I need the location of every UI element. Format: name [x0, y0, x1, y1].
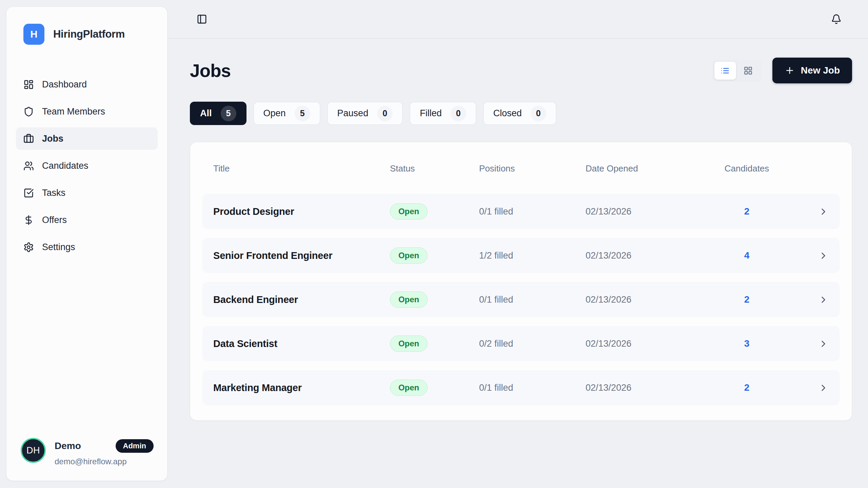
user-email: demo@hireflow.app	[55, 457, 154, 466]
candidates-count-link[interactable]: 3	[704, 338, 789, 349]
sidebar-toggle-button[interactable]	[195, 13, 209, 26]
grid-view-button[interactable]	[737, 62, 759, 80]
brand: H HiringPlatform	[6, 7, 167, 45]
new-job-button[interactable]: New Job	[772, 58, 852, 83]
view-toggle	[712, 59, 762, 82]
brand-name: HiringPlatform	[53, 28, 125, 40]
column-header-title: Title	[213, 163, 390, 174]
user-card[interactable]: DH Demo Admin demo@hireflow.app	[6, 438, 167, 481]
candidates-count-link[interactable]: 4	[704, 250, 789, 261]
brand-logo: H	[23, 24, 44, 45]
gear-icon	[23, 242, 34, 252]
sidebar: H HiringPlatform Dashboard Team Members	[6, 6, 167, 481]
sidebar-item-jobs[interactable]: Jobs	[16, 127, 158, 150]
content: Jobs	[167, 39, 868, 421]
table-row[interactable]: Backend Engineer Open 0/1 filled 02/13/2…	[202, 282, 840, 317]
sidebar-item-label: Team Members	[42, 106, 105, 117]
grid-view-icon	[744, 66, 753, 75]
filter-count-badge: 0	[377, 106, 393, 121]
table-row[interactable]: Senior Frontend Engineer Open 1/2 filled…	[202, 238, 840, 273]
status-badge: Open	[390, 336, 428, 352]
shield-icon	[23, 106, 34, 117]
date-opened-cell: 02/13/2026	[586, 294, 704, 305]
table-header-row: Title Status Positions Date Opened Candi…	[202, 152, 840, 185]
main-area: Jobs	[167, 0, 868, 488]
filter-tab-filled[interactable]: Filled 0	[410, 102, 476, 125]
plus-icon	[785, 65, 795, 76]
filter-label: Paused	[337, 108, 369, 119]
table-row[interactable]: Marketing Manager Open 0/1 filled 02/13/…	[202, 370, 840, 405]
new-job-label: New Job	[801, 65, 840, 76]
column-header-date-opened: Date Opened	[586, 163, 704, 174]
sidebar-item-label: Candidates	[42, 161, 88, 171]
sidebar-item-label: Dashboard	[42, 79, 87, 90]
task-check-icon	[23, 188, 34, 198]
table-row[interactable]: Data Scientist Open 0/2 filled 02/13/202…	[202, 326, 840, 361]
positions-cell: 0/2 filled	[479, 339, 586, 349]
job-title: Marketing Manager	[213, 382, 390, 393]
page-title: Jobs	[190, 60, 231, 81]
column-header-positions: Positions	[479, 163, 586, 174]
filter-tab-open[interactable]: Open 5	[253, 102, 320, 125]
sidebar-nav: Dashboard Team Members Jobs	[6, 73, 167, 258]
dollar-icon	[23, 215, 34, 225]
avatar: DH	[21, 438, 46, 463]
filter-tab-paused[interactable]: Paused 0	[327, 102, 403, 125]
status-badge: Open	[390, 291, 428, 308]
positions-cell: 0/1 filled	[479, 294, 586, 305]
status-badge: Open	[390, 380, 428, 396]
date-opened-cell: 02/13/2026	[586, 206, 704, 217]
filter-count-badge: 0	[531, 106, 546, 121]
candidates-count-link[interactable]: 2	[704, 382, 789, 393]
filter-label: All	[200, 108, 212, 119]
sidebar-item-dashboard[interactable]: Dashboard	[16, 73, 158, 96]
list-view-button[interactable]	[714, 62, 736, 80]
chevron-right-icon[interactable]	[818, 294, 829, 305]
sidebar-item-team-members[interactable]: Team Members	[16, 100, 158, 123]
filter-count-badge: 5	[295, 106, 310, 121]
positions-cell: 0/1 filled	[479, 206, 586, 217]
sidebar-item-settings[interactable]: Settings	[16, 236, 158, 258]
chevron-right-icon[interactable]	[818, 383, 829, 393]
role-badge: Admin	[116, 439, 154, 453]
status-filters: All 5 Open 5 Paused 0 Filled 0 Closed 0	[190, 102, 852, 125]
topbar	[167, 0, 868, 39]
date-opened-cell: 02/13/2026	[586, 250, 704, 261]
date-opened-cell: 02/13/2026	[586, 339, 704, 349]
chevron-right-icon[interactable]	[818, 250, 829, 261]
job-title: Backend Engineer	[213, 294, 390, 305]
panel-left-icon	[197, 14, 207, 24]
users-icon	[23, 161, 34, 171]
filter-tab-closed[interactable]: Closed 0	[483, 102, 556, 125]
job-title: Senior Frontend Engineer	[213, 250, 390, 261]
column-header-candidates: Candidates	[704, 163, 789, 174]
filter-label: Open	[263, 108, 286, 119]
date-opened-cell: 02/13/2026	[586, 383, 704, 393]
filter-label: Closed	[493, 108, 522, 119]
positions-cell: 0/1 filled	[479, 383, 586, 393]
sidebar-item-label: Tasks	[42, 188, 65, 198]
list-view-icon	[721, 66, 730, 75]
positions-cell: 1/2 filled	[479, 250, 586, 261]
sidebar-item-label: Settings	[42, 242, 75, 252]
table-row[interactable]: Product Designer Open 0/1 filled 02/13/2…	[202, 194, 840, 229]
briefcase-icon	[23, 134, 34, 144]
sidebar-item-label: Offers	[42, 215, 67, 225]
bell-icon	[831, 14, 842, 24]
status-badge: Open	[390, 203, 428, 220]
filter-tab-all[interactable]: All 5	[190, 102, 246, 125]
filter-label: Filled	[420, 108, 442, 119]
chevron-right-icon[interactable]	[818, 339, 829, 349]
candidates-count-link[interactable]: 2	[704, 206, 789, 217]
chevron-right-icon[interactable]	[818, 206, 829, 217]
sidebar-item-tasks[interactable]: Tasks	[16, 182, 158, 204]
jobs-table-card: Title Status Positions Date Opened Candi…	[190, 142, 852, 421]
sidebar-item-candidates[interactable]: Candidates	[16, 155, 158, 177]
user-name: Demo	[55, 441, 81, 451]
notifications-button[interactable]	[830, 13, 843, 26]
candidates-count-link[interactable]: 2	[704, 294, 789, 305]
job-title: Product Designer	[213, 206, 390, 217]
filter-count-badge: 0	[451, 106, 466, 121]
sidebar-item-offers[interactable]: Offers	[16, 209, 158, 231]
filter-count-badge: 5	[221, 106, 236, 121]
